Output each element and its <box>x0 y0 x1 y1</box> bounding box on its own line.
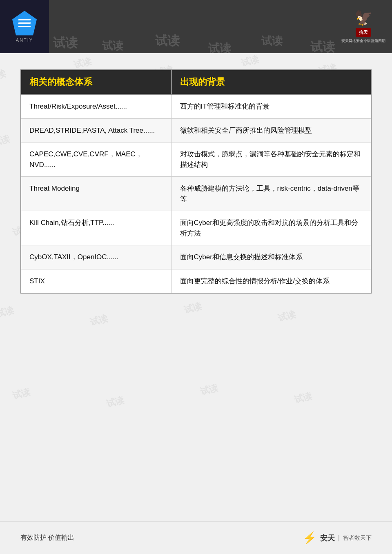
cwm-15: 试读 <box>0 304 15 320</box>
watermark-6: 试读 <box>310 39 335 53</box>
watermark-1: 试读 <box>53 35 78 51</box>
col2-header: 出现的背景 <box>172 70 371 94</box>
table-cell-col2: 面向Cyber和更高强度的攻击和对抗的场景的分析工具和分析方法 <box>172 211 371 245</box>
table-cell-col2: 面向更完整的综合性的情报分析/作业/交换的体系 <box>172 269 371 293</box>
logo-diamond-icon <box>12 11 37 36</box>
main-content: 试读 试读 试读 试读 试读 试读 试读 试读 试读 试读 试读 试读 试读 试… <box>0 53 392 521</box>
table-row: STIX面向更完整的综合性的情报分析/作业/交换的体系 <box>21 269 371 293</box>
right-logo-icon: 🦅 <box>354 9 373 27</box>
col1-header: 相关的概念体系 <box>21 70 172 94</box>
table-cell-col2: 面向Cyber和信息交换的描述和标准体系 <box>172 245 371 269</box>
logo-area: ANTIY <box>0 0 49 53</box>
table-cell-col1: DREAD,STRIDE,PASTA, Attack Tree...... <box>21 118 172 142</box>
table-row: Kill Chain,钻石分析,TTP......面向Cyber和更高强度的攻击… <box>21 211 371 245</box>
content-table: 相关的概念体系 出现的背景 Threat/Risk/Exposure/Asset… <box>20 69 372 294</box>
table-cell-col2: 西方的IT管理和标准化的背景 <box>172 94 371 118</box>
footer-logo-sub: 智者数天下 <box>343 534 372 542</box>
cwm-1: 试读 <box>0 67 7 84</box>
table-cell-col2: 对攻击模式，脆弱点，漏洞等各种基础的安全元素的标定和描述结构 <box>172 142 371 177</box>
cwm-21: 试读 <box>199 382 219 398</box>
table-cell-col1: CAPEC,CWE,CVE,CVRF，MAEC，NVD...... <box>21 142 172 177</box>
table-row: Threat/Risk/Exposure/Asset......西方的IT管理和… <box>21 94 371 118</box>
watermark-5: 试读 <box>261 34 283 48</box>
cwm-4: 试读 <box>240 53 260 69</box>
footer: 有效防护 价值输出 ⚡ 安天 | 智者数天下 <box>0 521 392 554</box>
table-cell-col1: STIX <box>21 269 172 293</box>
table-cell-col1: Threat/Risk/Exposure/Asset...... <box>21 94 172 118</box>
table-row: CybOX,TAXII，OpenIOC......面向Cyber和信息交换的描述… <box>21 245 371 269</box>
table-row: DREAD,STRIDE,PASTA, Attack Tree......微软和… <box>21 118 371 142</box>
footer-logo-text: 安天 <box>320 533 335 543</box>
watermark-4: 试读 <box>208 41 231 53</box>
table-row: CAPEC,CWE,CVE,CVRF，MAEC，NVD......对攻击模式，脆… <box>21 142 371 177</box>
table-cell-col1: Threat Modeling <box>21 177 172 211</box>
table-cell-col2: 微软和相关安全厂商所推出的风险管理模型 <box>172 118 371 142</box>
cwm-22: 试读 <box>293 390 313 406</box>
table-cell-col2: 各种威胁建模的方法论，工具，risk-centric，data-driven等等 <box>172 177 371 211</box>
footer-logo-icon: ⚡ <box>303 531 317 545</box>
logo-text: ANTIY <box>16 38 33 42</box>
cwm-20: 试读 <box>105 394 125 410</box>
cwm-6: 试读 <box>0 133 11 149</box>
table-cell-col1: Kill Chain,钻石分析,TTP...... <box>21 211 172 245</box>
table-header-row: 相关的概念体系 出现的背景 <box>21 70 371 94</box>
right-logo-badge: 抗天 <box>356 28 371 37</box>
cwm-19: 试读 <box>11 386 31 402</box>
table-row: Threat Modeling各种威胁建模的方法论，工具，risk-centri… <box>21 177 371 211</box>
footer-divider: | <box>338 534 340 542</box>
cwm-17: 试读 <box>183 300 203 316</box>
watermark-2: 试读 <box>102 39 123 53</box>
table-cell-col1: CybOX,TAXII，OpenIOC...... <box>21 245 172 269</box>
footer-logo: ⚡ 安天 | 智者数天下 <box>303 531 372 545</box>
header: ANTIY 试读 试读 试读 试读 试读 试读 试读 试读 试读 🦅 抗天 安天… <box>0 0 392 53</box>
footer-tagline: 有效防护 价值输出 <box>20 534 74 542</box>
cwm-18: 试读 <box>276 308 297 325</box>
right-logo-area: 🦅 抗天 安天网络安全令训营第四期 <box>335 0 392 53</box>
right-logo-sub: 安天网络安全令训营第四期 <box>341 38 385 44</box>
watermark-3: 试读 <box>155 33 180 49</box>
cwm-16: 试读 <box>89 312 109 329</box>
